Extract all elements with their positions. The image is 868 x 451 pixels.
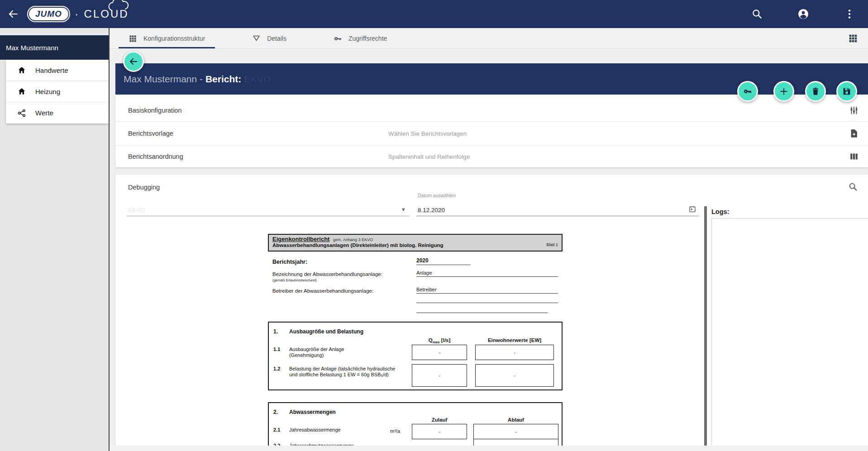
jumo-logo: JUMO bbox=[29, 8, 68, 20]
row-label: Ausbaugröße der Anlage (Genehmigung) bbox=[289, 347, 380, 358]
sidebar-user-name: Max Mustermann bbox=[6, 44, 58, 52]
row-number: 1.2 bbox=[273, 366, 280, 371]
report-section-2: 2. Abwassermengen Zulauf Ablauf 2.1 Jahr… bbox=[268, 402, 563, 451]
add-fab-button[interactable] bbox=[773, 81, 794, 102]
page-title-prefix: Max Mustermann - bbox=[124, 74, 205, 84]
row-number: 2.1 bbox=[273, 427, 280, 432]
section-title: Ausbaugröße und Belastung bbox=[289, 328, 363, 335]
date-picker-field[interactable]: Datum auswählen 8.12.2020 bbox=[416, 199, 699, 216]
value-cell[interactable]: - bbox=[412, 364, 467, 387]
tab-konfigurationsstruktur[interactable]: Konfigurationsstruktur bbox=[119, 28, 215, 48]
arrow-left-icon bbox=[129, 57, 138, 66]
jumo-cloud-logo: JUMO · CLOUD bbox=[29, 8, 129, 20]
report-title: Eigenkontrollbericht bbox=[272, 236, 329, 242]
operator-extra-line[interactable] bbox=[416, 294, 558, 303]
plus-icon bbox=[779, 86, 789, 96]
date-picker-label: Datum auswählen bbox=[418, 193, 456, 198]
report-subtitle-line: Abwasserbehandlungsanlagen (Direkteinlei… bbox=[272, 242, 558, 248]
plant-name-label: Bezeichnung der Abwasserbehandlungsanlag… bbox=[272, 271, 382, 277]
sidebar-item-label: Werte bbox=[35, 109, 53, 117]
page-title-bold: Bericht: bbox=[205, 74, 241, 84]
back-fab-button[interactable] bbox=[123, 51, 144, 72]
row-label: Jahresabwassermenge bbox=[289, 427, 397, 433]
sidebar-item-handwerte[interactable]: Handwerte bbox=[6, 60, 109, 81]
sidebar-user-header: Max Mustermann bbox=[0, 35, 109, 60]
report-header-box: Eigenkontrollbericht gem. Anhang 3 EKVO … bbox=[268, 234, 563, 252]
bottom-cut-strip bbox=[110, 446, 868, 451]
configuration-card: Basiskonfiguration Berichtsvorlage Wähle… bbox=[115, 95, 868, 167]
report-title-suffix: gem. Anhang 3 EKVO bbox=[333, 237, 373, 242]
tab-label: Details bbox=[267, 35, 286, 42]
column-header-ew: Einwohnerwerte [EW] bbox=[475, 337, 554, 343]
search-icon[interactable] bbox=[751, 8, 763, 20]
permissions-fab-button[interactable] bbox=[737, 81, 758, 102]
page-title: Max Mustermann - Bericht: EKVO bbox=[124, 74, 271, 85]
row-basiskonfiguration[interactable]: Basiskonfiguration bbox=[115, 95, 868, 122]
tab-details[interactable]: Details bbox=[242, 28, 296, 48]
section-title: Abwassermengen bbox=[289, 409, 336, 415]
sidebar-item-heizung[interactable]: Heizung bbox=[6, 81, 109, 102]
column-header-ablauf: Ablauf bbox=[473, 417, 558, 423]
cloud-icon bbox=[105, 0, 132, 12]
tab-zugriffsrechte[interactable]: Zugriffsrechte bbox=[324, 28, 397, 48]
key-icon bbox=[743, 86, 753, 96]
section-number: 1. bbox=[273, 328, 278, 335]
apps-grid-icon[interactable] bbox=[848, 33, 858, 43]
value-cell[interactable]: - bbox=[412, 424, 467, 439]
operator-label: Betreiber der Abwasserbehandlungsanlage: bbox=[272, 288, 373, 294]
home-icon bbox=[17, 87, 26, 96]
date-picker-value: 8.12.2020 bbox=[418, 207, 445, 214]
year-value[interactable]: 2020 bbox=[416, 257, 471, 265]
grid-icon bbox=[129, 34, 137, 43]
unit-label: m³/a bbox=[390, 428, 400, 434]
logs-label: Logs: bbox=[711, 208, 729, 215]
row-label: Basiskonfiguration bbox=[128, 107, 388, 114]
share-icon bbox=[17, 109, 26, 118]
value-cell[interactable]: - bbox=[475, 345, 554, 360]
value-cell[interactable]: - bbox=[412, 345, 467, 360]
columns-icon[interactable] bbox=[849, 152, 859, 161]
preview-scrollbar[interactable] bbox=[704, 206, 707, 451]
report-type-select[interactable]: EKVO ▼ bbox=[127, 199, 410, 216]
plant-name-value[interactable]: Anlage bbox=[416, 270, 558, 277]
delete-fab-button[interactable] bbox=[805, 81, 826, 102]
home-icon bbox=[17, 66, 26, 75]
row-label: Berichtsanordnung bbox=[128, 153, 388, 160]
trash-icon bbox=[811, 86, 820, 96]
calendar-icon[interactable] bbox=[688, 205, 696, 213]
save-fab-button[interactable] bbox=[836, 81, 857, 102]
save-icon bbox=[842, 86, 852, 96]
cloud-wordmark: · CLOUD bbox=[75, 8, 129, 20]
value-cell[interactable]: - bbox=[475, 364, 554, 387]
row-value: Wählen Sie Berichtsvorlagen bbox=[388, 130, 467, 137]
debugging-card: Debugging EKVO ▼ Datum auswählen 8.12.20… bbox=[115, 175, 868, 451]
column-header-zulauf: Zulauf bbox=[412, 417, 467, 423]
sidebar-item-label: Heizung bbox=[35, 88, 60, 95]
row-value: Spalteninhalt und Reihenfolge bbox=[388, 153, 470, 160]
account-icon[interactable] bbox=[797, 8, 809, 20]
page-title-faint: EKVO bbox=[241, 74, 271, 84]
chevron-down-icon[interactable]: ▼ bbox=[401, 207, 406, 212]
tune-icon[interactable] bbox=[849, 105, 859, 115]
tab-label: Konfigurationsstruktur bbox=[143, 35, 205, 42]
report-sheet-number: Blatt 1 bbox=[546, 242, 558, 248]
sidebar-item-label: Handwerte bbox=[35, 66, 68, 74]
sidebar-item-werte[interactable]: Werte bbox=[6, 102, 109, 123]
top-app-bar: JUMO · CLOUD bbox=[0, 0, 868, 28]
column-header-qmax: Qmax [l/s] bbox=[412, 337, 467, 344]
tab-label: Zugriffsrechte bbox=[348, 35, 387, 42]
operator-extra-line[interactable] bbox=[416, 304, 548, 313]
row-berichtsanordnung[interactable]: Berichtsanordnung Spalteninhalt und Reih… bbox=[115, 146, 868, 167]
note-add-icon[interactable] bbox=[849, 128, 859, 138]
back-icon[interactable] bbox=[7, 8, 19, 20]
operator-value[interactable]: Betreiber bbox=[416, 287, 558, 294]
plant-name-note: (gemäß Erlaubnisbescheid) bbox=[272, 278, 317, 282]
report-type-select-value: EKVO bbox=[128, 207, 145, 214]
sidebar-menu: Handwerte Heizung Werte bbox=[6, 60, 109, 123]
logs-output-box[interactable] bbox=[711, 218, 868, 446]
row-berichtsvorlage[interactable]: Berichtsvorlage Wählen Sie Berichtsvorla… bbox=[115, 122, 868, 146]
more-vert-icon[interactable] bbox=[844, 8, 855, 20]
value-cell[interactable]: - bbox=[473, 424, 558, 439]
report-subtitle: Abwasserbehandlungsanlagen (Direkteinlei… bbox=[272, 242, 444, 248]
search-icon[interactable] bbox=[848, 182, 858, 192]
